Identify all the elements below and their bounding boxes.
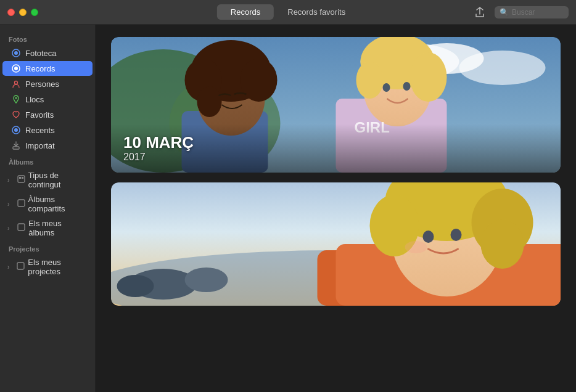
svg-rect-8 (13, 147, 19, 149)
svg-point-4 (15, 81, 18, 84)
svg-point-39 (117, 275, 154, 297)
svg-point-48 (451, 229, 462, 241)
memory-title-1: 10 MARÇ (123, 134, 548, 152)
sidebar-item-importat[interactable]: Importat (2, 138, 93, 153)
favorites-icon (11, 110, 21, 120)
sidebar-item-persones[interactable]: Persones (2, 76, 93, 91)
main-layout: Fotos Fototeca Records Persones Llocs (0, 25, 576, 392)
places-icon (11, 94, 21, 104)
importat-label: Importat (25, 141, 55, 150)
search-box[interactable]: 🔍 (495, 6, 569, 18)
sidebar: Fotos Fototeca Records Persones Llocs (0, 25, 96, 392)
sidebar-section-projectes: Projectes (0, 240, 95, 255)
svg-point-18 (459, 51, 546, 85)
titlebar: Records Records favorits 🔍 (0, 0, 576, 25)
svg-point-49 (405, 241, 427, 253)
svg-point-5 (15, 97, 17, 99)
svg-point-47 (423, 231, 434, 243)
svg-point-3 (14, 67, 18, 70)
chevron-right-icon-4: › (7, 264, 14, 271)
sidebar-item-favorits[interactable]: Favorits (2, 107, 93, 122)
import-icon (11, 141, 21, 150)
meus-projectes-label: Els meus projectes (28, 258, 86, 276)
meus-albums-label: Els meus àlbums (28, 219, 86, 237)
minimize-button[interactable] (19, 9, 27, 16)
favorits-label: Favorits (25, 110, 54, 120)
memory-card-1[interactable]: GIRL 10 MARÇ 2017 (111, 37, 561, 173)
my-projects-icon (17, 262, 25, 272)
svg-point-1 (14, 51, 18, 55)
persones-label: Persones (25, 80, 59, 89)
svg-rect-14 (17, 263, 24, 269)
content-area: GIRL 10 MARÇ 2017 (96, 25, 576, 392)
svg-point-33 (403, 82, 411, 91)
sidebar-item-llocs[interactable]: Llocs (2, 92, 93, 107)
traffic-lights (7, 9, 38, 16)
sidebar-item-recents[interactable]: Recents (2, 123, 93, 137)
search-input[interactable] (512, 8, 561, 17)
search-icon: 🔍 (500, 8, 509, 17)
svg-rect-10 (19, 177, 21, 179)
memory-card-2[interactable] (111, 182, 561, 306)
fototeca-label: Fototeca (25, 49, 57, 58)
svg-rect-12 (18, 200, 25, 206)
memory-year-1: 2017 (123, 152, 548, 163)
titlebar-tabs: Records Records favorits (217, 4, 359, 20)
svg-rect-9 (18, 176, 25, 182)
svg-point-26 (197, 86, 222, 117)
sidebar-section-albums: Àlbums (0, 153, 95, 168)
memory-overlay-1: 10 MARÇ 2017 (111, 124, 561, 173)
svg-rect-13 (18, 224, 25, 231)
sidebar-item-albums-compartits[interactable]: › Àlbums compartits (2, 192, 93, 216)
chevron-right-icon-3: › (7, 225, 14, 232)
sidebar-item-fototeca[interactable]: Fototeca (2, 46, 93, 60)
memory-photo-2 (111, 182, 561, 306)
svg-rect-11 (22, 177, 23, 179)
records-label: Records (25, 64, 55, 73)
chevron-right-icon-2: › (7, 201, 14, 208)
records-icon (11, 63, 21, 73)
tab-records[interactable]: Records (217, 4, 274, 20)
svg-point-7 (14, 128, 18, 132)
svg-point-46 (481, 219, 524, 269)
svg-point-38 (185, 267, 228, 292)
llocs-label: Llocs (25, 95, 44, 104)
svg-point-30 (410, 52, 447, 102)
photos-icon (11, 48, 21, 58)
albums-compartits-label: Àlbums compartits (28, 195, 86, 213)
sidebar-item-meus-projectes[interactable]: › Els meus projectes (2, 255, 93, 279)
maximize-button[interactable] (31, 9, 38, 16)
svg-point-32 (383, 83, 390, 92)
sidebar-section-fotos: Fotos (0, 31, 95, 45)
tipus-label: Tipus de contingut (28, 171, 86, 189)
sidebar-item-records[interactable]: Records (2, 61, 93, 76)
svg-point-25 (241, 59, 278, 102)
share-button[interactable] (474, 6, 486, 18)
chevron-right-icon: › (7, 177, 14, 184)
recents-label: Recents (25, 126, 55, 135)
recents-icon (11, 125, 21, 135)
persons-icon (11, 79, 21, 89)
svg-point-31 (356, 62, 384, 99)
close-button[interactable] (7, 9, 15, 16)
tab-records-favorites[interactable]: Records favorits (274, 4, 359, 20)
my-albums-icon (17, 223, 25, 233)
sidebar-item-tipus[interactable]: › Tipus de contingut (2, 168, 93, 192)
content-type-icon (17, 175, 25, 185)
titlebar-actions: 🔍 (474, 6, 569, 18)
sidebar-item-meus-albums[interactable]: › Els meus àlbums (2, 216, 93, 240)
shared-albums-icon (17, 199, 25, 209)
